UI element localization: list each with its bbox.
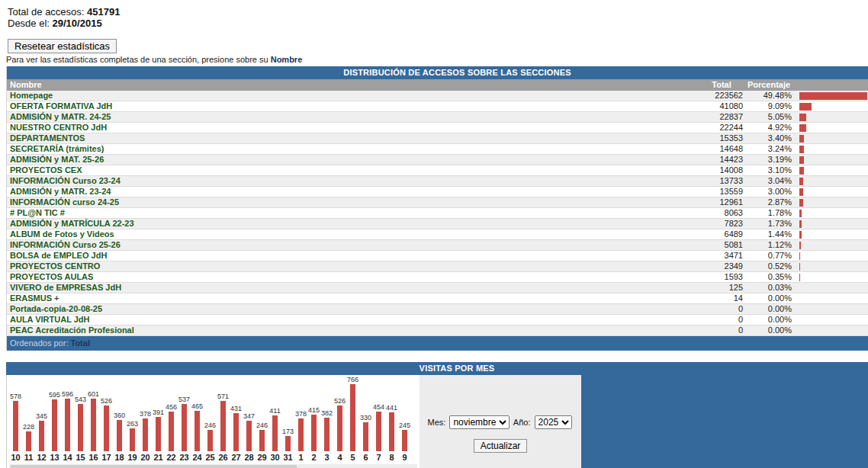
- section-total-value: 8063: [699, 208, 744, 218]
- section-name-link[interactable]: DEPARTAMENTOS: [7, 133, 699, 143]
- x-tick-label: 12: [35, 453, 48, 462]
- bar-value-label: 543: [75, 396, 86, 403]
- column-header-name[interactable]: Nombre: [7, 79, 699, 91]
- percentage-bar: [799, 114, 806, 121]
- bar: [389, 412, 394, 451]
- section-percentage-value: 0.52%: [744, 261, 793, 271]
- bar-value-label: 537: [178, 396, 190, 403]
- section-name-link[interactable]: # PL@N TIC #: [7, 208, 699, 218]
- section-bar-cell: [793, 252, 868, 260]
- bar: [169, 412, 174, 451]
- section-total-value: 0: [699, 325, 744, 335]
- scrollbar-thumb[interactable]: [11, 465, 297, 468]
- visits-chart-plot: 5782283455955965436015263602633783914565…: [9, 375, 417, 451]
- chart-bar-slot: 245: [398, 422, 411, 451]
- bar-value-label: 382: [321, 409, 333, 417]
- section-percentage-value: 5.05%: [744, 112, 793, 122]
- section-name-link[interactable]: PEAC Acreditación Profesional: [7, 325, 699, 335]
- section-name-link[interactable]: Portada-copia-20-08-25: [7, 304, 699, 314]
- section-total-value: 13559: [699, 187, 744, 197]
- section-name-link[interactable]: ADMISIÓN y MATRÍCULA 22-23: [7, 219, 699, 229]
- table-row: PROYECTOS AULAS 1593 0.35%: [7, 272, 868, 283]
- chart-bar-slot: 454: [372, 403, 385, 451]
- sections-table: DISTRIBUCIÓN DE ACCESOS SOBRE LAS SECCIO…: [6, 66, 868, 351]
- table-row: INFORMACIÓN Curso 25-26 5081 1.12%: [7, 240, 868, 251]
- reset-statistics-button[interactable]: Resetear estadísticas: [8, 39, 117, 53]
- section-name-link[interactable]: INFORMACIÓN curso 24-25: [7, 197, 699, 207]
- column-header-total[interactable]: Total: [699, 79, 744, 91]
- section-name-link[interactable]: NUESTRO CENTRO JdH: [7, 123, 699, 133]
- bar: [39, 421, 44, 451]
- bar-value-label: 360: [114, 412, 125, 419]
- year-label: Año:: [513, 418, 531, 427]
- chart-bar-slot: 382: [320, 409, 333, 451]
- section-name-link[interactable]: OFERTA FORMATIVA JdH: [7, 101, 699, 111]
- table-row: INFORMACIÓN curso 24-25 12961 2.87%: [7, 197, 868, 208]
- bar-value-label: 246: [256, 422, 268, 429]
- section-bar-cell: [793, 103, 868, 111]
- bar-value-label: 766: [347, 376, 358, 383]
- sections-table-header-row: Nombre Total Porcentaje: [7, 79, 868, 91]
- section-name-link[interactable]: ADMISIÓN y MATR. 23-24: [7, 187, 699, 197]
- bar-value-label: 263: [127, 420, 138, 428]
- percentage-bar: [799, 156, 804, 164]
- update-button[interactable]: Actualizar: [474, 439, 528, 453]
- x-tick-label: 28: [243, 453, 256, 462]
- year-select[interactable]: 2025: [535, 415, 572, 429]
- bar: [402, 430, 407, 451]
- section-bar-cell: [793, 306, 868, 313]
- section-bar-cell: [793, 295, 868, 303]
- percentage-bar: [799, 220, 802, 228]
- chart-bar-slot: 456: [165, 403, 178, 451]
- percentage-bar: [799, 146, 804, 153]
- sorted-by-value[interactable]: Total: [71, 338, 90, 348]
- x-tick-label: 7: [372, 453, 385, 462]
- section-percentage-value: 1.44%: [744, 229, 793, 239]
- section-name-link[interactable]: BOLSA de EMPLEO JdH: [7, 251, 699, 261]
- chart-bar-slot: 571: [217, 393, 230, 451]
- section-name-link[interactable]: INFORMACIÓN Curso 23-24: [7, 176, 699, 186]
- section-name-link[interactable]: PROYECTOS AULAS: [7, 272, 699, 282]
- table-row: SECRETARÍA (trámites) 14648 3.24%: [7, 144, 868, 155]
- x-tick-label: 30: [268, 453, 281, 462]
- section-name-link[interactable]: PROYECTOS CEX: [7, 165, 699, 175]
- section-name-link[interactable]: ALBUM de Fotos y Videos: [7, 229, 699, 239]
- section-name-link[interactable]: PROYECTOS CENTRO: [7, 261, 699, 271]
- table-row: ADMISIÓN y MATR. 23-24 13559 3.00%: [7, 187, 868, 197]
- section-total-value: 15353: [699, 133, 744, 143]
- section-name-link[interactable]: INFORMACIÓN Curso 25-26: [7, 240, 699, 250]
- chart-bar-slot: 378: [139, 410, 152, 451]
- chart-horizontal-scrollbar[interactable]: [9, 464, 417, 468]
- bar: [324, 418, 330, 451]
- bar: [156, 417, 161, 451]
- bar: [311, 415, 317, 451]
- x-tick-label: 15: [74, 453, 87, 462]
- column-header-percentage[interactable]: Porcentaje: [744, 79, 793, 91]
- section-name-link[interactable]: VIVERO de EMPRESAS JdH: [7, 283, 699, 293]
- section-name-link[interactable]: ADMISIÓN y MATR. 24-25: [7, 112, 699, 122]
- chart-bar-slot: 415: [307, 406, 320, 451]
- x-tick-label: 6: [359, 453, 372, 462]
- x-tick-label: 24: [191, 453, 204, 462]
- total-accesses-value: 451791: [87, 6, 120, 18]
- table-row: BOLSA de EMPLEO JdH 3471 0.77%: [7, 251, 868, 261]
- bar: [13, 401, 18, 451]
- section-total-value: 14648: [699, 144, 744, 154]
- section-name-link[interactable]: AULA VIRTUAL JdH: [7, 315, 699, 325]
- section-total-value: 22837: [699, 112, 744, 122]
- percentage-bar: [799, 242, 801, 249]
- section-total-value: 5081: [699, 240, 744, 250]
- section-name-link[interactable]: SECRETARÍA (trámites): [7, 144, 699, 154]
- visits-section-body: 5782283455955965436015263602633783914565…: [6, 375, 868, 468]
- section-percentage-value: 1.73%: [744, 219, 793, 229]
- section-name-link[interactable]: ADMISIÓN y MAT. 25-26: [7, 155, 699, 165]
- section-total-value: 41080: [699, 101, 744, 111]
- section-name-link[interactable]: Homepage: [7, 91, 699, 101]
- section-name-link[interactable]: ERASMUS +: [7, 293, 699, 303]
- table-row: ADMISIÓN y MATR. 24-25 22837 5.05%: [7, 112, 868, 123]
- bar-value-label: 378: [140, 410, 151, 418]
- month-select[interactable]: noviembre: [449, 415, 510, 429]
- bar-value-label: 411: [269, 407, 280, 415]
- chart-bar-slot: 441: [385, 404, 398, 451]
- bar: [130, 428, 135, 451]
